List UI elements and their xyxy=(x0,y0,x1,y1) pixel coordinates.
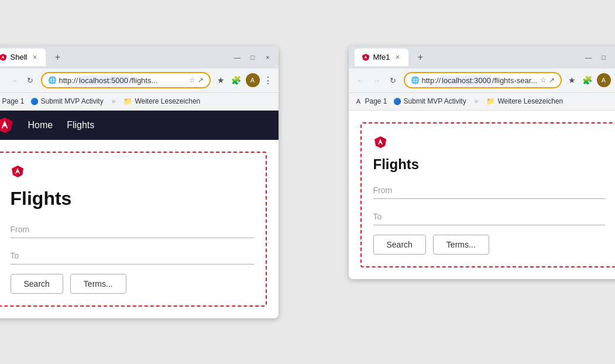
left-title-bar: Shell × + — □ × xyxy=(0,46,279,68)
left-bookmark-page1[interactable]: A Page 1 xyxy=(0,97,25,105)
right-refresh-btn[interactable]: ↻ xyxy=(387,74,399,86)
windows-area: Shell × + — □ × ← → ↻ 🌐 http://localhost… xyxy=(0,46,615,318)
right-tab-angular-icon xyxy=(362,53,370,61)
right-address-actions: ★ 🧩 A ⋮ xyxy=(566,73,616,87)
right-forward-btn[interactable]: → xyxy=(371,74,383,86)
right-folder-icon: 📁 xyxy=(486,97,495,105)
right-flights-title: Flights xyxy=(373,156,605,173)
right-title-bar: Mfe1 × + — □ × xyxy=(349,46,616,68)
right-share-icon[interactable]: ↗ xyxy=(549,76,555,84)
right-bookmarks-bar: A Page 1 🔵 Submit MVP Activity » 📁 Weite… xyxy=(349,93,616,111)
left-bookmark-mvp[interactable]: 🔵 Submit MVP Activity xyxy=(30,97,104,105)
right-browser-window: Mfe1 × + — □ × ← → ↻ 🌐 http://localhost:… xyxy=(349,46,616,279)
left-from-field xyxy=(11,221,254,238)
right-new-tab[interactable]: + xyxy=(413,50,427,64)
left-more-options-icon[interactable]: ⋮ xyxy=(263,75,273,86)
right-minimize-btn[interactable]: — xyxy=(584,53,593,62)
right-bookmark-lesezeichen[interactable]: 📁 Weitere Lesezeichen xyxy=(486,97,563,105)
left-browser-window: Shell × + — □ × ← → ↻ 🌐 http://localhost… xyxy=(0,46,279,318)
left-from-input[interactable] xyxy=(11,221,254,238)
right-bookmark-star-icon[interactable]: ☆ xyxy=(540,76,547,84)
left-avatar[interactable]: A xyxy=(246,73,260,87)
left-url-text: http://localhost:5000/flights... xyxy=(59,76,187,85)
right-terms-button[interactable]: Terms... xyxy=(433,235,489,255)
left-address-actions: ★ 🧩 A ⋮ xyxy=(215,73,273,87)
right-mfe-container: Flights Search Terms... xyxy=(360,122,616,267)
left-navbar-angular-logo xyxy=(0,116,14,135)
left-tab-close[interactable]: × xyxy=(30,53,39,61)
left-page-content: Flights Search Terms... xyxy=(0,140,279,318)
left-globe-icon: 🌐 xyxy=(48,76,57,84)
left-buttons-row: Search Terms... xyxy=(11,274,254,294)
left-share-icon[interactable]: ↗ xyxy=(198,76,204,84)
left-app-navbar: Home Flights xyxy=(0,111,279,140)
right-bookmark-mvp[interactable]: 🔵 Submit MVP Activity xyxy=(393,97,466,105)
left-mfe-container: Flights Search Terms... xyxy=(0,152,267,307)
right-tab[interactable]: Mfe1 × xyxy=(355,49,409,66)
left-search-button[interactable]: Search xyxy=(11,274,63,294)
left-minimize-btn[interactable]: — xyxy=(233,53,242,62)
left-nav-home[interactable]: Home xyxy=(28,120,53,131)
left-back-btn[interactable]: ← xyxy=(0,74,4,86)
right-tab-title: Mfe1 xyxy=(373,53,390,61)
left-flights-title: Flights xyxy=(11,188,254,210)
left-bookmark-lesezeichen[interactable]: 📁 Weitere Lesezeichen xyxy=(123,97,200,105)
left-bookmarks-bar: A Page 1 🔵 Submit MVP Activity » 📁 Weite… xyxy=(0,93,279,111)
right-address-bar: ← → ↻ 🌐 http://localhost:3000/flights-se… xyxy=(349,68,616,93)
right-tab-close[interactable]: × xyxy=(393,53,401,61)
left-address-bar: ← → ↻ 🌐 http://localhost:5000/flights...… xyxy=(0,68,279,93)
right-bookmark-mvp-icon: 🔵 xyxy=(393,97,401,105)
right-to-input[interactable] xyxy=(373,208,605,225)
left-window-controls: — □ × xyxy=(233,53,273,62)
right-buttons-row: Search Terms... xyxy=(373,235,605,255)
left-star-icon[interactable]: ★ xyxy=(215,74,227,86)
left-refresh-btn[interactable]: ↻ xyxy=(25,74,36,86)
right-back-btn[interactable]: ← xyxy=(355,74,366,86)
left-url-bar[interactable]: 🌐 http://localhost:5000/flights... ☆ ↗ xyxy=(41,72,211,88)
right-star-icon[interactable]: ★ xyxy=(566,74,578,86)
right-maximize-btn[interactable]: □ xyxy=(599,53,609,62)
left-nav-flights[interactable]: Flights xyxy=(67,120,94,131)
right-bookmark-page1[interactable]: A Page 1 xyxy=(355,97,387,105)
right-bookmark-page1-icon: A xyxy=(355,97,363,105)
left-bookmark-star-icon[interactable]: ☆ xyxy=(189,76,195,84)
left-tab-angular-icon xyxy=(0,53,7,61)
right-to-field xyxy=(373,208,605,225)
left-tab[interactable]: Shell × xyxy=(0,49,46,66)
right-from-input[interactable] xyxy=(373,182,605,199)
right-puzzle-icon[interactable]: 🧩 xyxy=(582,74,593,86)
right-content-angular-logo xyxy=(373,135,387,149)
left-new-tab[interactable]: + xyxy=(50,50,64,64)
connection-arrow xyxy=(281,0,340,23)
left-bookmark-mvp-icon: 🔵 xyxy=(30,97,39,105)
left-to-field xyxy=(11,248,254,265)
left-content-angular-logo xyxy=(11,164,25,178)
right-bookmark-sep: » xyxy=(475,97,479,105)
right-avatar[interactable]: A xyxy=(597,73,611,87)
left-terms-button[interactable]: Terms... xyxy=(70,274,126,294)
left-folder-icon: 📁 xyxy=(123,97,132,105)
right-search-button[interactable]: Search xyxy=(373,235,426,255)
left-maximize-btn[interactable]: □ xyxy=(248,53,257,62)
left-forward-btn[interactable]: → xyxy=(8,74,20,86)
left-bookmark-sep: » xyxy=(112,97,116,105)
right-from-field xyxy=(373,182,605,199)
right-page-content: Flights Search Terms... xyxy=(349,111,616,279)
right-globe-icon: 🌐 xyxy=(411,76,420,84)
right-url-bar[interactable]: 🌐 http://localhost:3000/flights-sear... … xyxy=(404,72,562,88)
right-url-text: http://localhost:3000/flights-sear... xyxy=(422,76,538,85)
left-tab-title: Shell xyxy=(11,53,28,61)
left-to-input[interactable] xyxy=(11,248,254,265)
left-close-btn[interactable]: × xyxy=(263,53,273,62)
left-puzzle-icon[interactable]: 🧩 xyxy=(231,74,242,86)
right-window-controls: — □ × xyxy=(584,53,616,62)
